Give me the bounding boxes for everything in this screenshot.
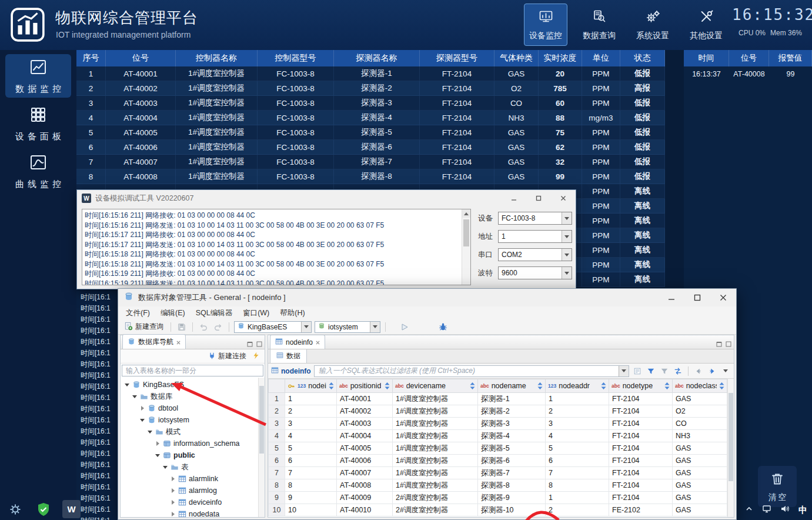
dropdown-arrow-icon[interactable] [370,322,380,332]
grid-column-header[interactable]: abcdevicename [393,379,478,393]
chevron-down-icon[interactable] [162,466,168,469]
nav-item-3[interactable]: 系统设置 [631,4,674,46]
chevron-right-icon[interactable] [155,441,161,446]
tree-scrollbar[interactable] [258,378,265,517]
panel-minimize-icon[interactable] [716,339,722,349]
tree-item[interactable]: alarmlog [121,485,265,496]
grid-cell[interactable]: 7 [546,467,609,479]
debug-title-bar[interactable]: W 设备模拟调试工具 V20220607 [77,190,576,206]
grid-cell[interactable]: O2 [673,405,727,418]
nav-forward-icon[interactable] [707,366,717,376]
grid-cell[interactable]: 4 [285,430,337,442]
undo-icon[interactable] [198,321,209,333]
new-connection-button[interactable]: 新建连接 [208,351,246,361]
grid-cell[interactable]: AT-40001 [337,393,393,405]
lightning-icon[interactable] [252,352,260,361]
chevron-down-icon[interactable] [155,454,161,457]
grid-cell[interactable]: 6 [546,455,609,467]
more-options-icon[interactable] [720,366,731,376]
grid-cell[interactable]: 8 [285,479,337,492]
menu-item[interactable]: 文件(F) [121,307,155,319]
grid-cell[interactable]: AT-40004 [337,430,393,442]
grid-cell[interactable]: GAS [673,455,727,467]
tree-item[interactable]: deviceinfo [121,496,265,508]
debug-log-area[interactable]: 时间[16:15:16 211] 网络接收: 01 03 00 00 00 08… [82,209,471,285]
tree-item[interactable]: information_schema [121,438,265,449]
redo-icon[interactable] [212,321,224,333]
sort-icon[interactable] [385,382,390,389]
grid-cell[interactable]: 2#调度室控制器 [393,504,478,516]
expression-icon[interactable] [632,366,643,376]
chevron-right-icon[interactable] [170,476,176,481]
grid-cell[interactable]: NH3 [673,430,727,442]
chevron-right-icon[interactable] [170,488,176,493]
grid-cell[interactable]: 2 [546,405,609,418]
tree-item[interactable]: nodedata [121,508,265,517]
nav-item-2[interactable]: 数据查询 [577,4,621,46]
nav-item-1[interactable]: 设备监控 [524,4,567,46]
menu-item[interactable]: 窗口(W) [238,307,275,319]
grid-cell[interactable]: FT-2104 [609,405,673,418]
menu-item[interactable]: SQL编辑器 [191,307,238,319]
dropdown-arrow-icon[interactable] [562,267,572,279]
sort-icon[interactable] [719,382,724,389]
tab-close-icon[interactable] [316,338,320,346]
tab-data[interactable]: 数据 [270,348,307,363]
grid-cell[interactable]: FT-2104 [609,492,673,504]
grid-cell[interactable]: 1#调度室控制器 [393,405,478,418]
tab-database-navigator[interactable]: 数据库导航 [122,334,186,349]
grid-cell[interactable]: 5 [546,442,609,455]
grid-cell[interactable]: CO [673,418,727,430]
grid-cell[interactable]: FT-2104 [609,467,673,479]
grid-cell[interactable]: 探测器-5 [478,442,546,455]
grid-cell[interactable]: AT-40005 [337,442,393,455]
panel-minimize-icon[interactable] [247,339,253,349]
tree-item[interactable]: KingBaseES [121,379,265,391]
grid-cell[interactable]: 1 [546,492,609,504]
chevron-down-icon[interactable] [132,395,138,398]
tree-item[interactable]: 模式 [121,426,265,438]
grid-column-header[interactable]: abcnodename [478,379,546,393]
tray-pc-icon[interactable] [762,504,771,516]
run-icon[interactable] [399,321,410,333]
grid-cell[interactable]: 9 [285,492,337,504]
grid-cell[interactable]: 1 [546,393,609,405]
dropdown-arrow-icon[interactable] [562,231,572,242]
chevron-right-icon[interactable] [139,406,145,411]
grid-cell[interactable]: 1 [285,393,337,405]
grid-scrollbar[interactable] [727,379,734,517]
grid-cell[interactable]: 1#调度室控制器 [393,479,478,492]
grid-cell[interactable]: FT-2104 [609,430,673,442]
tree-item[interactable]: public [121,449,265,461]
debug-log-scrollbar[interactable] [462,209,470,285]
db-title-bar[interactable]: 数据库对象管理工具 - General - [ nodeinfo ] [118,289,736,306]
grid-cell[interactable]: 3 [546,418,609,430]
sort-icon[interactable] [601,382,606,389]
grid-cell[interactable]: 2 [285,405,337,418]
grid-cell[interactable]: 探测器-9 [478,492,546,504]
grid-cell[interactable]: 探测器-4 [478,430,546,442]
table-filter-input[interactable]: 输入表格名称的一部分 [122,365,263,376]
scrollbar-thumb[interactable] [259,386,264,454]
chevron-right-icon[interactable] [170,512,176,516]
minimize-button[interactable] [659,289,684,306]
new-query-button[interactable]: 新建查询 [122,321,166,334]
debug-bug-icon[interactable] [437,321,449,333]
grid-cell[interactable]: AT-40006 [337,455,393,467]
field-select[interactable]: FC-1003-8 [498,212,572,225]
tray-expand-icon[interactable] [745,505,753,515]
sort-icon[interactable] [329,382,334,389]
grid-cell[interactable]: 1#调度室控制器 [393,418,478,430]
grid-cell[interactable]: 3 [285,418,337,430]
grid-cell[interactable]: 探测器-8 [478,479,546,492]
sql-filter-input[interactable]: 输入一个SQL表达式以过滤结果 (使用 Ctrl+Space) [314,365,629,377]
grid-cell[interactable]: GAS [673,442,727,455]
grid-cell[interactable]: 10 [285,504,337,516]
panel-maximize-icon[interactable] [256,339,262,349]
maximize-button[interactable] [684,289,710,306]
grid-cell[interactable]: 1#调度室控制器 [393,430,478,442]
maximize-button[interactable] [526,190,551,206]
field-select[interactable]: 9600 [498,266,572,279]
scrollbar-thumb[interactable] [463,219,469,246]
menu-item[interactable]: 帮助(H) [275,307,310,319]
